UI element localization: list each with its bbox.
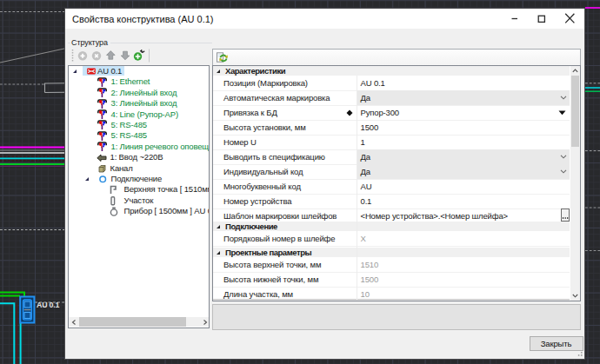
- svg-text:AU 0.1: AU 0.1: [37, 301, 59, 309]
